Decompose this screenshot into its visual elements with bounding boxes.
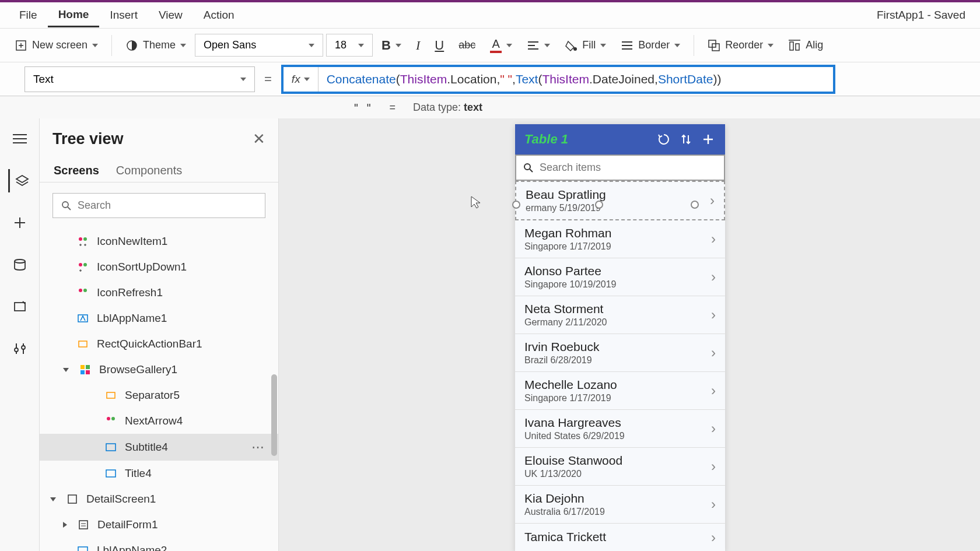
- new-screen-button[interactable]: New screen: [9, 36, 104, 55]
- border-button[interactable]: Border: [615, 36, 686, 55]
- tree-item-lblappname2[interactable]: LblAppName2: [40, 538, 278, 551]
- rect-icon: [104, 388, 118, 402]
- chevron-right-icon[interactable]: ›: [711, 496, 716, 513]
- fill-button[interactable]: Fill: [559, 36, 612, 55]
- tree-search[interactable]: [52, 193, 265, 218]
- chevron-right-icon[interactable]: ›: [710, 192, 715, 209]
- chevron-right-icon[interactable]: ›: [711, 231, 716, 247]
- align-objects-button[interactable]: Alig: [782, 36, 829, 55]
- control-icon: [76, 234, 90, 248]
- tree-item-subtitle[interactable]: Subtitle4 ⋯: [40, 434, 278, 461]
- label-icon: [104, 466, 118, 480]
- gallery-name: Tamica Trickett: [524, 530, 606, 544]
- close-icon[interactable]: ✕: [253, 130, 265, 148]
- svg-point-47: [111, 417, 115, 420]
- add-icon[interactable]: [701, 132, 716, 147]
- align-icon: [527, 40, 540, 51]
- label-icon: [76, 311, 90, 325]
- gallery-item[interactable]: Ivana Hargreaves United States 6/29/2019…: [515, 410, 725, 448]
- gallery-item[interactable]: Neta Storment Germany 2/11/2020 ›: [515, 296, 725, 334]
- chevron-down-icon: [50, 497, 56, 501]
- gallery-item[interactable]: Alonso Partee Singapore 10/19/2019 ›: [515, 258, 725, 296]
- menu-file[interactable]: File: [9, 4, 48, 26]
- phone-header: Table 1: [515, 124, 725, 155]
- chevron-down-icon: [92, 44, 98, 47]
- gallery-item[interactable]: Mechelle Lozano Singapore 1/17/2019 ›: [515, 372, 725, 410]
- chevron-right-icon[interactable]: ›: [711, 269, 716, 285]
- hamburger-button[interactable]: [8, 127, 32, 150]
- chevron-down-icon: [768, 44, 774, 47]
- svg-rect-48: [106, 444, 116, 451]
- control-icon: [76, 260, 90, 274]
- theme-icon: [125, 39, 138, 52]
- gallery-item[interactable]: Irvin Roebuck Brazil 6/28/2019 ›: [515, 334, 725, 372]
- gallery-item[interactable]: Tamica Trickett ›: [515, 524, 725, 551]
- selection-handle[interactable]: [691, 201, 699, 209]
- property-selector[interactable]: Text: [24, 66, 255, 92]
- menu-insert[interactable]: Insert: [99, 4, 148, 26]
- font-select[interactable]: Open Sans: [195, 34, 323, 57]
- svg-rect-42: [86, 365, 90, 369]
- tree-view-button[interactable]: [8, 169, 32, 192]
- tab-components[interactable]: Components: [115, 159, 183, 182]
- tree-item-title[interactable]: Title4: [40, 461, 278, 486]
- phone-search[interactable]: [515, 155, 725, 181]
- tree-item-detailscreen[interactable]: DetailScreen1: [40, 486, 278, 512]
- gallery-item[interactable]: Megan Rohman Singapore 1/17/2019 ›: [515, 220, 725, 258]
- chevron-right-icon[interactable]: ›: [711, 345, 716, 361]
- menu-view[interactable]: View: [148, 4, 193, 26]
- tree-item-iconrefresh[interactable]: IconRefresh1: [40, 280, 278, 306]
- align-button[interactable]: [521, 37, 556, 54]
- gallery-item[interactable]: Kia Dejohn Australia 6/17/2019 ›: [515, 486, 725, 524]
- left-rail: [0, 118, 40, 551]
- scrollbar-thumb[interactable]: [271, 374, 277, 456]
- menu-home[interactable]: Home: [48, 3, 100, 27]
- tree-item-rectquick[interactable]: RectQuickActionBar1: [40, 331, 278, 357]
- fx-button[interactable]: fx: [284, 67, 318, 92]
- font-color-button[interactable]: A: [484, 34, 518, 57]
- new-screen-icon: [15, 39, 27, 52]
- underline-button[interactable]: U: [429, 34, 450, 57]
- tab-screens[interactable]: Screens: [52, 159, 100, 182]
- more-icon[interactable]: ⋯: [251, 440, 265, 455]
- tree-item-separator[interactable]: Separator5: [40, 382, 278, 408]
- data-button[interactable]: [8, 253, 32, 276]
- tree-search-input[interactable]: [78, 199, 257, 212]
- selection-handle[interactable]: [512, 201, 520, 209]
- tree-item-iconsort[interactable]: IconSortUpDown1: [40, 254, 278, 280]
- gallery-item[interactable]: Beau Spratling ermany 5/19/2019 ›: [515, 181, 725, 220]
- refresh-icon[interactable]: [656, 132, 671, 147]
- chevron-right-icon[interactable]: ›: [711, 529, 716, 546]
- gallery-list: Beau Spratling ermany 5/19/2019 › Megan …: [515, 181, 725, 551]
- tree-title: Tree view: [52, 130, 124, 148]
- gallery-item[interactable]: Elouise Stanwood UK 1/13/2020 ›: [515, 448, 725, 486]
- tree-item-iconnewitem[interactable]: IconNewItem1: [40, 229, 278, 254]
- phone-search-input[interactable]: [540, 162, 717, 174]
- reorder-button[interactable]: Reorder: [702, 36, 779, 55]
- size-value: 18: [335, 39, 346, 51]
- search-icon: [61, 201, 72, 211]
- formula-input[interactable]: Concatenate(ThisItem.Location, " ", Text…: [318, 67, 833, 92]
- menu-action[interactable]: Action: [193, 4, 245, 26]
- svg-rect-14: [796, 44, 799, 50]
- chevron-right-icon[interactable]: ›: [711, 420, 716, 437]
- tree-item-browsegallery[interactable]: BrowseGallery1: [40, 357, 278, 382]
- strikethrough-button[interactable]: abc: [453, 36, 481, 55]
- theme-button[interactable]: Theme: [120, 36, 192, 55]
- chevron-right-icon[interactable]: ›: [711, 382, 716, 399]
- media-button[interactable]: [8, 295, 32, 318]
- chevron-right-icon[interactable]: ›: [711, 458, 716, 475]
- svg-rect-49: [106, 470, 116, 477]
- tree-item-detailform[interactable]: DetailForm1: [40, 512, 278, 538]
- bold-button[interactable]: B: [376, 34, 407, 57]
- sort-icon[interactable]: [678, 132, 694, 147]
- phone-preview[interactable]: Table 1 Beau Spratling ermany 5/19/2019 …: [515, 124, 725, 551]
- insert-button[interactable]: [8, 211, 32, 234]
- tree-item-nextarrow[interactable]: NextArrow4: [40, 408, 278, 434]
- tree-item-lblappname[interactable]: LblAppName1: [40, 306, 278, 331]
- italic-button[interactable]: I: [410, 34, 426, 57]
- chevron-right-icon[interactable]: ›: [711, 307, 716, 323]
- advanced-button[interactable]: [8, 337, 32, 360]
- canvas[interactable]: Table 1 Beau Spratling ermany 5/19/2019 …: [279, 118, 980, 551]
- font-size-select[interactable]: 18: [326, 34, 373, 57]
